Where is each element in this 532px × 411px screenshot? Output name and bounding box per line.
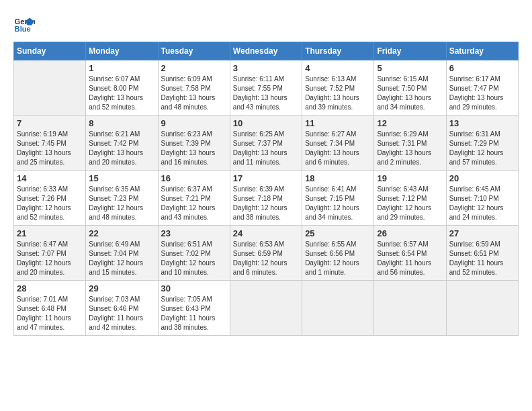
day-info: Sunrise: 6:25 AM Sunset: 7:37 PM Dayligh…: [233, 130, 299, 167]
day-number: 14: [17, 173, 83, 183]
day-info: Sunrise: 6:51 AM Sunset: 7:02 PM Dayligh…: [161, 240, 227, 277]
day-info: Sunrise: 6:49 AM Sunset: 7:04 PM Dayligh…: [89, 240, 154, 277]
day-info: Sunrise: 6:17 AM Sunset: 7:47 PM Dayligh…: [449, 75, 515, 112]
svg-text:Blue: Blue: [15, 25, 31, 33]
calendar-cell: 11Sunrise: 6:27 AM Sunset: 7:34 PM Dayli…: [302, 116, 374, 171]
day-header-saturday: Saturday: [446, 42, 518, 60]
day-number: 29: [89, 283, 154, 293]
day-info: Sunrise: 6:11 AM Sunset: 7:55 PM Dayligh…: [233, 75, 299, 112]
day-number: 7: [17, 118, 83, 128]
day-number: 24: [233, 228, 299, 238]
day-info: Sunrise: 6:45 AM Sunset: 7:10 PM Dayligh…: [449, 185, 515, 222]
day-info: Sunrise: 6:39 AM Sunset: 7:18 PM Dayligh…: [233, 185, 299, 222]
day-info: Sunrise: 6:23 AM Sunset: 7:39 PM Dayligh…: [161, 130, 227, 167]
day-number: 23: [161, 228, 227, 238]
calendar-cell: [374, 281, 446, 336]
page-header: General Blue: [13, 13, 519, 35]
calendar-cell: 16Sunrise: 6:37 AM Sunset: 7:21 PM Dayli…: [158, 171, 230, 226]
calendar-week-4: 21Sunrise: 6:47 AM Sunset: 7:07 PM Dayli…: [14, 226, 519, 281]
calendar-cell: 23Sunrise: 6:51 AM Sunset: 7:02 PM Dayli…: [158, 226, 230, 281]
calendar-cell: 1Sunrise: 6:07 AM Sunset: 8:00 PM Daylig…: [86, 60, 158, 116]
day-info: Sunrise: 6:59 AM Sunset: 6:51 PM Dayligh…: [449, 240, 515, 277]
calendar-cell: 29Sunrise: 7:03 AM Sunset: 6:46 PM Dayli…: [86, 281, 158, 336]
calendar-cell: 7Sunrise: 6:19 AM Sunset: 7:45 PM Daylig…: [14, 116, 86, 171]
day-header-wednesday: Wednesday: [230, 42, 302, 60]
calendar-cell: 13Sunrise: 6:31 AM Sunset: 7:29 PM Dayli…: [446, 116, 518, 171]
day-number: 28: [17, 283, 83, 293]
calendar-cell: 8Sunrise: 6:21 AM Sunset: 7:42 PM Daylig…: [86, 116, 158, 171]
calendar-cell: 12Sunrise: 6:29 AM Sunset: 7:31 PM Dayli…: [374, 116, 446, 171]
calendar-week-1: 1Sunrise: 6:07 AM Sunset: 8:00 PM Daylig…: [14, 60, 519, 116]
calendar-cell: [14, 60, 86, 116]
calendar-cell: 6Sunrise: 6:17 AM Sunset: 7:47 PM Daylig…: [446, 60, 518, 116]
day-header-monday: Monday: [86, 42, 158, 60]
calendar-cell: 5Sunrise: 6:15 AM Sunset: 7:50 PM Daylig…: [374, 60, 446, 116]
day-info: Sunrise: 6:27 AM Sunset: 7:34 PM Dayligh…: [305, 130, 371, 167]
day-header-friday: Friday: [374, 42, 446, 60]
calendar-cell: 3Sunrise: 6:11 AM Sunset: 7:55 PM Daylig…: [230, 60, 302, 116]
day-number: 30: [161, 283, 227, 293]
calendar-cell: 10Sunrise: 6:25 AM Sunset: 7:37 PM Dayli…: [230, 116, 302, 171]
calendar-cell: 26Sunrise: 6:57 AM Sunset: 6:54 PM Dayli…: [374, 226, 446, 281]
calendar-cell: 14Sunrise: 6:33 AM Sunset: 7:26 PM Dayli…: [14, 171, 86, 226]
day-number: 13: [449, 118, 515, 128]
day-number: 22: [89, 228, 154, 238]
day-info: Sunrise: 6:35 AM Sunset: 7:23 PM Dayligh…: [89, 185, 154, 222]
calendar-cell: 22Sunrise: 6:49 AM Sunset: 7:04 PM Dayli…: [86, 226, 158, 281]
day-info: Sunrise: 6:43 AM Sunset: 7:12 PM Dayligh…: [377, 185, 443, 222]
day-info: Sunrise: 7:05 AM Sunset: 6:43 PM Dayligh…: [161, 295, 227, 332]
calendar-week-5: 28Sunrise: 7:01 AM Sunset: 6:48 PM Dayli…: [14, 281, 519, 336]
calendar-body: 1Sunrise: 6:07 AM Sunset: 8:00 PM Daylig…: [14, 60, 519, 336]
day-info: Sunrise: 6:13 AM Sunset: 7:52 PM Dayligh…: [305, 75, 371, 112]
day-info: Sunrise: 6:41 AM Sunset: 7:15 PM Dayligh…: [305, 185, 371, 222]
calendar-cell: 2Sunrise: 6:09 AM Sunset: 7:58 PM Daylig…: [158, 60, 230, 116]
day-number: 25: [305, 228, 371, 238]
day-number: 15: [89, 173, 154, 183]
day-number: 8: [89, 118, 154, 128]
calendar-cell: 9Sunrise: 6:23 AM Sunset: 7:39 PM Daylig…: [158, 116, 230, 171]
day-info: Sunrise: 6:09 AM Sunset: 7:58 PM Dayligh…: [161, 75, 227, 112]
day-number: 5: [377, 63, 443, 73]
day-number: 26: [377, 228, 443, 238]
day-header-thursday: Thursday: [302, 42, 374, 60]
day-header-sunday: Sunday: [14, 42, 86, 60]
day-number: 19: [377, 173, 443, 183]
calendar-week-3: 14Sunrise: 6:33 AM Sunset: 7:26 PM Dayli…: [14, 171, 519, 226]
calendar-table: SundayMondayTuesdayWednesdayThursdayFrid…: [13, 42, 519, 336]
calendar-cell: [446, 281, 518, 336]
day-number: 17: [233, 173, 299, 183]
day-info: Sunrise: 6:21 AM Sunset: 7:42 PM Dayligh…: [89, 130, 154, 167]
day-number: 10: [233, 118, 299, 128]
day-number: 21: [17, 228, 83, 238]
day-info: Sunrise: 6:55 AM Sunset: 6:56 PM Dayligh…: [305, 240, 371, 277]
day-number: 2: [161, 63, 227, 73]
calendar-header-row: SundayMondayTuesdayWednesdayThursdayFrid…: [14, 42, 519, 60]
day-number: 4: [305, 63, 371, 73]
calendar-cell: [230, 281, 302, 336]
day-number: 18: [305, 173, 371, 183]
day-number: 11: [305, 118, 371, 128]
calendar-cell: 18Sunrise: 6:41 AM Sunset: 7:15 PM Dayli…: [302, 171, 374, 226]
calendar-cell: 24Sunrise: 6:53 AM Sunset: 6:59 PM Dayli…: [230, 226, 302, 281]
calendar-cell: 25Sunrise: 6:55 AM Sunset: 6:56 PM Dayli…: [302, 226, 374, 281]
calendar-cell: 20Sunrise: 6:45 AM Sunset: 7:10 PM Dayli…: [446, 171, 518, 226]
day-info: Sunrise: 6:19 AM Sunset: 7:45 PM Dayligh…: [17, 130, 83, 167]
calendar-cell: 17Sunrise: 6:39 AM Sunset: 7:18 PM Dayli…: [230, 171, 302, 226]
day-number: 20: [449, 173, 515, 183]
calendar-cell: 15Sunrise: 6:35 AM Sunset: 7:23 PM Dayli…: [86, 171, 158, 226]
day-number: 1: [89, 63, 154, 73]
day-info: Sunrise: 6:29 AM Sunset: 7:31 PM Dayligh…: [377, 130, 443, 167]
calendar-cell: 30Sunrise: 7:05 AM Sunset: 6:43 PM Dayli…: [158, 281, 230, 336]
logo-icon: General Blue: [13, 13, 35, 35]
day-info: Sunrise: 7:01 AM Sunset: 6:48 PM Dayligh…: [17, 295, 83, 332]
day-info: Sunrise: 6:53 AM Sunset: 6:59 PM Dayligh…: [233, 240, 299, 277]
day-number: 3: [233, 63, 299, 73]
day-info: Sunrise: 6:07 AM Sunset: 8:00 PM Dayligh…: [89, 75, 154, 112]
day-info: Sunrise: 7:03 AM Sunset: 6:46 PM Dayligh…: [89, 295, 154, 332]
calendar-cell: 21Sunrise: 6:47 AM Sunset: 7:07 PM Dayli…: [14, 226, 86, 281]
calendar-cell: 27Sunrise: 6:59 AM Sunset: 6:51 PM Dayli…: [446, 226, 518, 281]
day-number: 9: [161, 118, 227, 128]
calendar-week-2: 7Sunrise: 6:19 AM Sunset: 7:45 PM Daylig…: [14, 116, 519, 171]
day-info: Sunrise: 6:33 AM Sunset: 7:26 PM Dayligh…: [17, 185, 83, 222]
calendar-cell: 4Sunrise: 6:13 AM Sunset: 7:52 PM Daylig…: [302, 60, 374, 116]
